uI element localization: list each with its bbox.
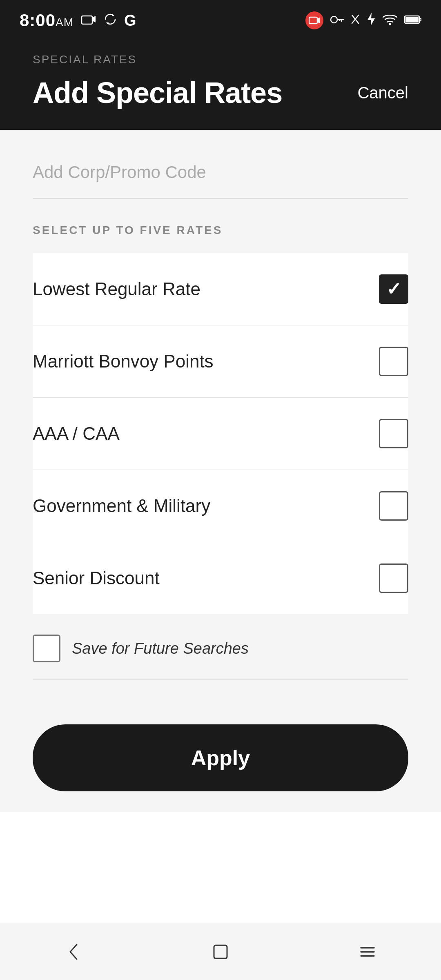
rotation-icon — [103, 12, 118, 29]
cancel-button[interactable]: Cancel — [357, 84, 408, 102]
rate-label-aaa-caa: AAA / CAA — [33, 423, 120, 444]
rate-item-senior-discount[interactable]: Senior Discount — [33, 542, 408, 614]
save-for-future-checkbox[interactable] — [33, 635, 60, 662]
battery-icon — [404, 13, 421, 27]
apply-section: Apply — [0, 704, 441, 812]
page-title: Add Special Rates — [33, 76, 282, 109]
save-for-future-label: Save for Future Searches — [72, 640, 249, 657]
rate-item-government-military[interactable]: Government & Military — [33, 470, 408, 542]
svg-rect-2 — [309, 17, 317, 24]
rate-item-aaa-caa[interactable]: AAA / CAA — [33, 398, 408, 470]
rate-list: Lowest Regular Rate Marriott Bonvoy Poin… — [33, 253, 408, 614]
svg-rect-11 — [405, 17, 419, 22]
rate-label-lowest-regular-rate: Lowest Regular Rate — [33, 279, 200, 299]
rate-label-senior-discount: Senior Discount — [33, 568, 160, 588]
key-icon — [330, 13, 344, 27]
header: SPECIAL RATES Add Special Rates Cancel — [0, 41, 441, 130]
section-label: SELECT UP TO FIVE RATES — [33, 224, 408, 237]
svg-rect-15 — [214, 945, 227, 958]
header-row: Add Special Rates Cancel — [33, 76, 408, 109]
checkbox-lowest-regular-rate[interactable] — [379, 274, 408, 304]
status-bar: 8:00AM G — [0, 0, 441, 41]
promo-input-container — [33, 154, 408, 199]
apply-button[interactable]: Apply — [33, 724, 408, 791]
checkbox-aaa-caa[interactable] — [379, 419, 408, 448]
menu-button[interactable] — [351, 935, 384, 968]
rate-label-marriott-bonvoy-points: Marriott Bonvoy Points — [33, 351, 214, 372]
checkbox-marriott-bonvoy-points[interactable] — [379, 347, 408, 376]
checkbox-government-military[interactable] — [379, 491, 408, 521]
back-button[interactable] — [57, 935, 90, 968]
main-content: SELECT UP TO FIVE RATES Lowest Regular R… — [0, 130, 441, 704]
rate-item-lowest-regular-rate[interactable]: Lowest Regular Rate — [33, 253, 408, 325]
promo-code-input[interactable] — [33, 154, 408, 190]
signal-icon — [367, 12, 376, 29]
checkbox-senior-discount[interactable] — [379, 564, 408, 593]
bluetooth-icon — [350, 12, 360, 29]
camera-icon — [81, 13, 96, 28]
status-time: 8:00AM — [20, 11, 74, 30]
svg-point-9 — [389, 23, 391, 25]
status-bar-left: 8:00AM G — [20, 11, 136, 30]
home-button[interactable] — [204, 935, 237, 968]
bottom-divider — [33, 679, 408, 679]
status-icons-left: G — [81, 12, 136, 29]
header-subtitle: SPECIAL RATES — [33, 53, 408, 66]
svg-point-4 — [331, 16, 337, 23]
g-icon: G — [124, 12, 136, 29]
rate-label-government-military: Government & Military — [33, 496, 210, 516]
nav-bar — [0, 923, 441, 980]
status-bar-right — [305, 11, 421, 29]
svg-rect-0 — [82, 16, 92, 24]
svg-marker-8 — [368, 13, 375, 26]
save-for-future-row[interactable]: Save for Future Searches — [33, 614, 408, 666]
rate-item-marriott-bonvoy-points[interactable]: Marriott Bonvoy Points — [33, 325, 408, 398]
record-icon — [305, 11, 323, 29]
wifi-icon — [382, 13, 398, 28]
